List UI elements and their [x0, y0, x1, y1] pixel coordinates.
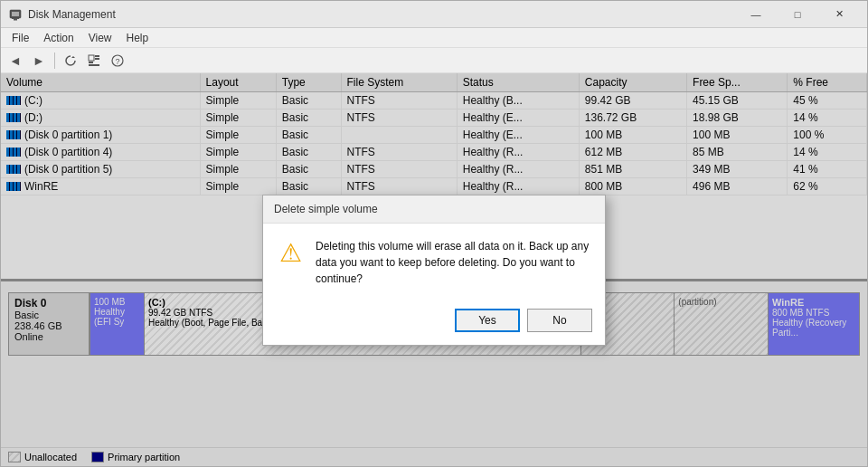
- toolbar: ◄ ► ?: [1, 48, 867, 73]
- window-title: Disk Management: [28, 8, 735, 21]
- main-window: Disk Management — □ ✕ File Action View H…: [0, 0, 868, 467]
- dialog-message: Deleting this volume will erase all data…: [316, 238, 592, 287]
- svg-rect-7: [95, 58, 99, 60]
- warning-icon: ⚠: [276, 238, 305, 268]
- maximize-button[interactable]: □: [777, 1, 818, 28]
- menu-action[interactable]: Action: [36, 30, 80, 46]
- menu-bar: File Action View Help: [1, 28, 867, 48]
- no-button[interactable]: No: [527, 309, 592, 332]
- minimize-button[interactable]: —: [735, 1, 777, 28]
- svg-rect-8: [89, 62, 93, 63]
- delete-dialog: Delete simple volume ⚠ Deleting this vol…: [262, 195, 606, 346]
- dialog-body: ⚠ Deleting this volume will erase all da…: [263, 224, 605, 301]
- menu-help[interactable]: Help: [119, 30, 156, 46]
- menu-view[interactable]: View: [81, 30, 119, 46]
- app-icon: [8, 7, 23, 22]
- svg-text:?: ?: [115, 57, 119, 66]
- toolbar-separator-1: [54, 52, 55, 69]
- svg-rect-5: [89, 55, 94, 61]
- svg-rect-3: [12, 18, 19, 19]
- refresh-button[interactable]: [60, 51, 81, 71]
- svg-rect-1: [12, 12, 19, 16]
- title-bar: Disk Management — □ ✕: [1, 1, 867, 28]
- svg-rect-6: [95, 55, 99, 57]
- properties-button[interactable]: [83, 51, 105, 71]
- svg-marker-4: [71, 56, 75, 58]
- dialog-overlay: Delete simple volume ⚠ Deleting this vol…: [1, 73, 867, 466]
- back-button[interactable]: ◄: [5, 51, 26, 71]
- svg-rect-2: [14, 19, 17, 21]
- svg-rect-9: [89, 64, 99, 66]
- main-content: Volume Layout Type File System Status Ca…: [1, 73, 867, 466]
- yes-button[interactable]: Yes: [455, 309, 520, 332]
- window-controls: — □ ✕: [735, 1, 860, 28]
- dialog-buttons: Yes No: [263, 301, 605, 345]
- dialog-title: Delete simple volume: [263, 195, 605, 224]
- close-button[interactable]: ✕: [818, 1, 860, 28]
- forward-button[interactable]: ►: [28, 51, 50, 71]
- menu-file[interactable]: File: [5, 30, 36, 46]
- help-button[interactable]: ?: [107, 51, 128, 71]
